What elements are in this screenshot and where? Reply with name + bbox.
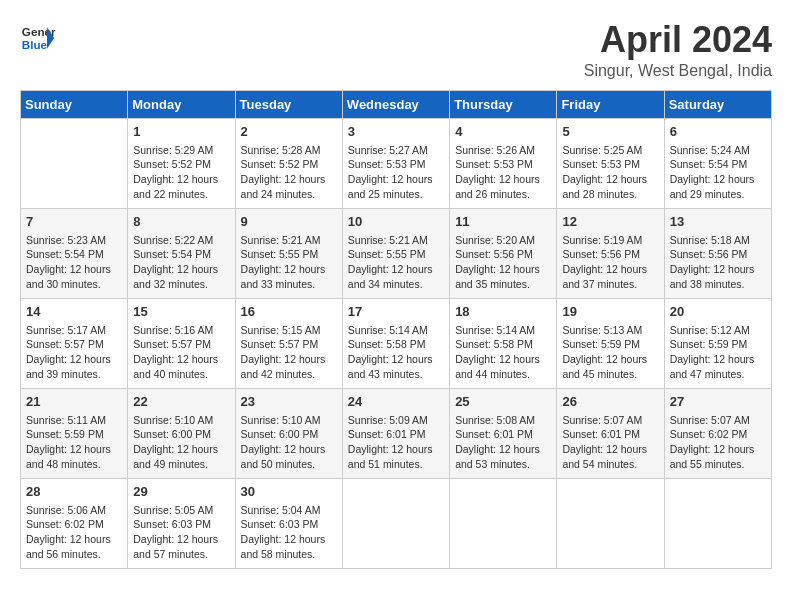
day-content: Sunrise: 5:23 AM Sunset: 5:54 PM Dayligh… [26, 233, 122, 292]
day-content: Sunrise: 5:21 AM Sunset: 5:55 PM Dayligh… [348, 233, 444, 292]
calendar-cell: 9Sunrise: 5:21 AM Sunset: 5:55 PM Daylig… [235, 208, 342, 298]
calendar-cell: 20Sunrise: 5:12 AM Sunset: 5:59 PM Dayli… [664, 298, 771, 388]
day-number: 13 [670, 213, 766, 231]
day-number: 25 [455, 393, 551, 411]
column-header-tuesday: Tuesday [235, 90, 342, 118]
calendar-cell: 2Sunrise: 5:28 AM Sunset: 5:52 PM Daylig… [235, 118, 342, 208]
calendar-cell: 19Sunrise: 5:13 AM Sunset: 5:59 PM Dayli… [557, 298, 664, 388]
calendar-cell: 13Sunrise: 5:18 AM Sunset: 5:56 PM Dayli… [664, 208, 771, 298]
day-content: Sunrise: 5:15 AM Sunset: 5:57 PM Dayligh… [241, 323, 337, 382]
day-content: Sunrise: 5:04 AM Sunset: 6:03 PM Dayligh… [241, 503, 337, 562]
calendar-cell: 30Sunrise: 5:04 AM Sunset: 6:03 PM Dayli… [235, 478, 342, 568]
day-number: 22 [133, 393, 229, 411]
day-number: 24 [348, 393, 444, 411]
column-header-friday: Friday [557, 90, 664, 118]
calendar-cell: 1Sunrise: 5:29 AM Sunset: 5:52 PM Daylig… [128, 118, 235, 208]
calendar-cell: 11Sunrise: 5:20 AM Sunset: 5:56 PM Dayli… [450, 208, 557, 298]
calendar-cell: 22Sunrise: 5:10 AM Sunset: 6:00 PM Dayli… [128, 388, 235, 478]
logo: General Blue [20, 20, 56, 56]
day-content: Sunrise: 5:19 AM Sunset: 5:56 PM Dayligh… [562, 233, 658, 292]
day-number: 16 [241, 303, 337, 321]
day-number: 6 [670, 123, 766, 141]
calendar-cell: 27Sunrise: 5:07 AM Sunset: 6:02 PM Dayli… [664, 388, 771, 478]
day-content: Sunrise: 5:05 AM Sunset: 6:03 PM Dayligh… [133, 503, 229, 562]
calendar-cell: 5Sunrise: 5:25 AM Sunset: 5:53 PM Daylig… [557, 118, 664, 208]
day-number: 30 [241, 483, 337, 501]
week-row-5: 28Sunrise: 5:06 AM Sunset: 6:02 PM Dayli… [21, 478, 772, 568]
week-row-2: 7Sunrise: 5:23 AM Sunset: 5:54 PM Daylig… [21, 208, 772, 298]
day-number: 21 [26, 393, 122, 411]
day-number: 7 [26, 213, 122, 231]
day-content: Sunrise: 5:16 AM Sunset: 5:57 PM Dayligh… [133, 323, 229, 382]
column-header-saturday: Saturday [664, 90, 771, 118]
day-number: 9 [241, 213, 337, 231]
calendar-cell: 26Sunrise: 5:07 AM Sunset: 6:01 PM Dayli… [557, 388, 664, 478]
calendar-cell: 12Sunrise: 5:19 AM Sunset: 5:56 PM Dayli… [557, 208, 664, 298]
day-number: 12 [562, 213, 658, 231]
logo-icon: General Blue [20, 20, 56, 56]
calendar-cell: 4Sunrise: 5:26 AM Sunset: 5:53 PM Daylig… [450, 118, 557, 208]
column-header-sunday: Sunday [21, 90, 128, 118]
calendar-cell: 25Sunrise: 5:08 AM Sunset: 6:01 PM Dayli… [450, 388, 557, 478]
day-content: Sunrise: 5:29 AM Sunset: 5:52 PM Dayligh… [133, 143, 229, 202]
day-content: Sunrise: 5:25 AM Sunset: 5:53 PM Dayligh… [562, 143, 658, 202]
day-content: Sunrise: 5:06 AM Sunset: 6:02 PM Dayligh… [26, 503, 122, 562]
day-number: 26 [562, 393, 658, 411]
month-title: April 2024 [584, 20, 772, 60]
day-number: 17 [348, 303, 444, 321]
day-content: Sunrise: 5:08 AM Sunset: 6:01 PM Dayligh… [455, 413, 551, 472]
page-header: General Blue April 2024 Singur, West Ben… [20, 20, 772, 80]
day-content: Sunrise: 5:07 AM Sunset: 6:02 PM Dayligh… [670, 413, 766, 472]
calendar-cell: 23Sunrise: 5:10 AM Sunset: 6:00 PM Dayli… [235, 388, 342, 478]
day-content: Sunrise: 5:14 AM Sunset: 5:58 PM Dayligh… [455, 323, 551, 382]
day-number: 3 [348, 123, 444, 141]
day-content: Sunrise: 5:24 AM Sunset: 5:54 PM Dayligh… [670, 143, 766, 202]
day-number: 2 [241, 123, 337, 141]
day-content: Sunrise: 5:11 AM Sunset: 5:59 PM Dayligh… [26, 413, 122, 472]
day-content: Sunrise: 5:20 AM Sunset: 5:56 PM Dayligh… [455, 233, 551, 292]
day-content: Sunrise: 5:28 AM Sunset: 5:52 PM Dayligh… [241, 143, 337, 202]
calendar-cell: 16Sunrise: 5:15 AM Sunset: 5:57 PM Dayli… [235, 298, 342, 388]
calendar-cell: 6Sunrise: 5:24 AM Sunset: 5:54 PM Daylig… [664, 118, 771, 208]
column-header-wednesday: Wednesday [342, 90, 449, 118]
day-number: 14 [26, 303, 122, 321]
day-number: 4 [455, 123, 551, 141]
day-content: Sunrise: 5:10 AM Sunset: 6:00 PM Dayligh… [133, 413, 229, 472]
calendar-cell [21, 118, 128, 208]
day-content: Sunrise: 5:07 AM Sunset: 6:01 PM Dayligh… [562, 413, 658, 472]
calendar-cell: 14Sunrise: 5:17 AM Sunset: 5:57 PM Dayli… [21, 298, 128, 388]
week-row-1: 1Sunrise: 5:29 AM Sunset: 5:52 PM Daylig… [21, 118, 772, 208]
svg-text:Blue: Blue [22, 38, 48, 51]
calendar-cell: 17Sunrise: 5:14 AM Sunset: 5:58 PM Dayli… [342, 298, 449, 388]
calendar-cell: 3Sunrise: 5:27 AM Sunset: 5:53 PM Daylig… [342, 118, 449, 208]
calendar-cell: 15Sunrise: 5:16 AM Sunset: 5:57 PM Dayli… [128, 298, 235, 388]
day-number: 18 [455, 303, 551, 321]
calendar-cell: 7Sunrise: 5:23 AM Sunset: 5:54 PM Daylig… [21, 208, 128, 298]
week-row-4: 21Sunrise: 5:11 AM Sunset: 5:59 PM Dayli… [21, 388, 772, 478]
day-content: Sunrise: 5:21 AM Sunset: 5:55 PM Dayligh… [241, 233, 337, 292]
calendar-cell: 8Sunrise: 5:22 AM Sunset: 5:54 PM Daylig… [128, 208, 235, 298]
calendar-cell: 28Sunrise: 5:06 AM Sunset: 6:02 PM Dayli… [21, 478, 128, 568]
calendar-cell [450, 478, 557, 568]
day-number: 15 [133, 303, 229, 321]
day-content: Sunrise: 5:09 AM Sunset: 6:01 PM Dayligh… [348, 413, 444, 472]
column-header-monday: Monday [128, 90, 235, 118]
day-content: Sunrise: 5:13 AM Sunset: 5:59 PM Dayligh… [562, 323, 658, 382]
day-content: Sunrise: 5:12 AM Sunset: 5:59 PM Dayligh… [670, 323, 766, 382]
header-row: SundayMondayTuesdayWednesdayThursdayFrid… [21, 90, 772, 118]
day-number: 8 [133, 213, 229, 231]
day-number: 29 [133, 483, 229, 501]
day-number: 11 [455, 213, 551, 231]
calendar-cell [342, 478, 449, 568]
calendar-cell: 29Sunrise: 5:05 AM Sunset: 6:03 PM Dayli… [128, 478, 235, 568]
day-number: 19 [562, 303, 658, 321]
calendar-cell: 10Sunrise: 5:21 AM Sunset: 5:55 PM Dayli… [342, 208, 449, 298]
day-number: 28 [26, 483, 122, 501]
day-content: Sunrise: 5:27 AM Sunset: 5:53 PM Dayligh… [348, 143, 444, 202]
day-content: Sunrise: 5:22 AM Sunset: 5:54 PM Dayligh… [133, 233, 229, 292]
day-number: 1 [133, 123, 229, 141]
calendar-cell: 21Sunrise: 5:11 AM Sunset: 5:59 PM Dayli… [21, 388, 128, 478]
calendar-cell [557, 478, 664, 568]
day-content: Sunrise: 5:10 AM Sunset: 6:00 PM Dayligh… [241, 413, 337, 472]
day-content: Sunrise: 5:18 AM Sunset: 5:56 PM Dayligh… [670, 233, 766, 292]
